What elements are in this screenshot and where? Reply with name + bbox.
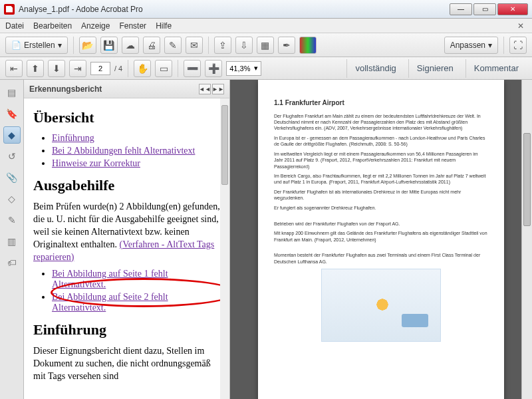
mail-icon[interactable]: ✉	[186, 37, 203, 54]
tags-panel-icon[interactable]: ✎	[3, 211, 21, 229]
nav-strip: ▤ 🔖 ◆ ↺ 📎 ◇ ✎ ▥ 🏷	[0, 80, 24, 399]
pdf-page: 1.1 Frankfurter Airport Der Flughafen Fr…	[258, 80, 504, 399]
link-einfuehrung[interactable]: Einführung	[52, 133, 94, 143]
first-page-icon[interactable]: ⇤	[5, 60, 23, 77]
menu-anzeige[interactable]: Anzeige	[81, 21, 110, 31]
menubar-close-icon[interactable]: ✕	[515, 21, 527, 31]
export-icon[interactable]: ⇩	[235, 37, 253, 54]
zoom-in-icon[interactable]: ➕	[205, 60, 222, 77]
page-number-input[interactable]	[90, 62, 110, 75]
order-panel-icon[interactable]: ▥	[3, 233, 21, 250]
heading-einfuehrung: Einführung	[33, 321, 220, 338]
panel-prev-icon[interactable]: ◄◄	[199, 84, 211, 94]
link-hinweise[interactable]: Hinweise zur Korrektur	[52, 158, 140, 168]
select-tool-icon[interactable]: ▭	[155, 60, 172, 77]
heading-ausgabehilfe: Ausgabehilfe	[33, 177, 220, 194]
panel-title: Erkennungsbericht	[29, 84, 102, 94]
next-page-icon[interactable]: ⬇	[48, 60, 65, 77]
panel-scrollbar[interactable]	[220, 98, 229, 399]
last-page-icon[interactable]: ⇥	[69, 60, 86, 77]
color-icon[interactable]	[299, 37, 317, 54]
fullscreen-icon[interactable]: ⛶	[509, 37, 527, 54]
accessibility-panel-icon[interactable]: ◆	[3, 126, 21, 144]
sign-icon[interactable]: ✒	[278, 37, 295, 54]
link-abb-seite2[interactable]: Bei Abbildung auf Seite 2 fehlt Alternat…	[52, 292, 168, 313]
app-icon	[4, 4, 15, 15]
heading-overview: Übersicht	[33, 109, 220, 126]
tab-kommentar[interactable]: Kommentar	[466, 59, 527, 78]
paragraph-ausgabehilfe: Beim Prüfen wurde(n) 2 Abbildung(en) gef…	[33, 201, 220, 263]
content-panel-icon[interactable]: 🏷	[3, 254, 21, 271]
page-total: / 4	[114, 65, 122, 72]
doc-heading: 1.1 Frankfurter Airport	[274, 98, 488, 108]
form-icon[interactable]: ▦	[257, 37, 274, 54]
document-area: 1.1 Frankfurter Airport Der Flughafen Fr…	[230, 80, 532, 399]
customize-button[interactable]: Anpassen ▾	[444, 37, 498, 54]
cloud-icon[interactable]: ☁	[122, 37, 139, 54]
menu-bearbeiten[interactable]: Bearbeiten	[33, 21, 72, 31]
panel-body: Übersicht Einführung Bei 2 Abbildungen f…	[24, 98, 229, 399]
window-title: Analyse_1.pdf - Adobe Acrobat Pro	[19, 5, 450, 14]
open-icon[interactable]: 📂	[79, 37, 96, 54]
signatures-panel-icon[interactable]: ◇	[3, 190, 21, 207]
attachments-panel-icon[interactable]: 📎	[3, 169, 21, 186]
layers-panel-icon[interactable]: ↺	[3, 148, 21, 165]
tab-vollstaendig[interactable]: vollständig	[346, 59, 404, 78]
menu-fenster[interactable]: Fenster	[119, 21, 146, 31]
link-alttext-missing[interactable]: Bei 2 Abbildungen fehlt Alternativtext	[52, 146, 195, 156]
menu-datei[interactable]: Datei	[5, 21, 24, 31]
menu-bar: Datei Bearbeiten Anzeige Fenster Hilfe ✕	[0, 19, 532, 33]
window-titlebar: Analyse_1.pdf - Adobe Acrobat Pro ― ▭ ✕	[0, 0, 532, 19]
print-icon[interactable]: 🖨	[143, 37, 160, 54]
menu-hilfe[interactable]: Hilfe	[156, 21, 172, 31]
share-icon[interactable]: ⇪	[214, 37, 231, 54]
close-button[interactable]: ✕	[497, 3, 528, 15]
create-button[interactable]: 📄 Erstellen ▾	[5, 37, 68, 54]
zoom-out-icon[interactable]: ➖	[184, 60, 201, 77]
nav-toolbar: ⇤ ⬆ ⬇ ⇥ / 4 ✋ ▭ ➖ ➕ 41,3% ▾ vollständig …	[0, 57, 532, 80]
recognition-report-panel: Erkennungsbericht ◄◄ ►► Übersicht Einfüh…	[24, 80, 230, 399]
tab-signieren[interactable]: Signieren	[408, 59, 462, 78]
main-toolbar: 📄 Erstellen ▾ 📂 💾 ☁ 🖨 ✎ ✉ ⇪ ⇩ ▦ ✒ Anpass…	[0, 33, 532, 57]
paragraph-einfuehrung: Dieser Eignungsbericht dient dazu, Stell…	[33, 345, 220, 383]
pages-panel-icon[interactable]: ▤	[3, 84, 21, 101]
airport-map-image	[321, 269, 441, 342]
minimize-button[interactable]: ―	[450, 3, 472, 15]
zoom-select[interactable]: 41,3% ▾	[226, 61, 261, 76]
hand-tool-icon[interactable]: ✋	[134, 60, 151, 77]
prev-page-icon[interactable]: ⬆	[27, 60, 44, 77]
bookmarks-panel-icon[interactable]: 🔖	[3, 105, 21, 122]
maximize-button[interactable]: ▭	[473, 3, 496, 15]
link-abb-seite1[interactable]: Bei Abbildung auf Seite 1 fehlt Alternat…	[52, 269, 168, 289]
panel-next-icon[interactable]: ►►	[212, 84, 224, 94]
document-scrollbar[interactable]	[521, 80, 532, 399]
save-icon[interactable]: 💾	[100, 37, 118, 54]
edit-icon[interactable]: ✎	[164, 37, 182, 54]
